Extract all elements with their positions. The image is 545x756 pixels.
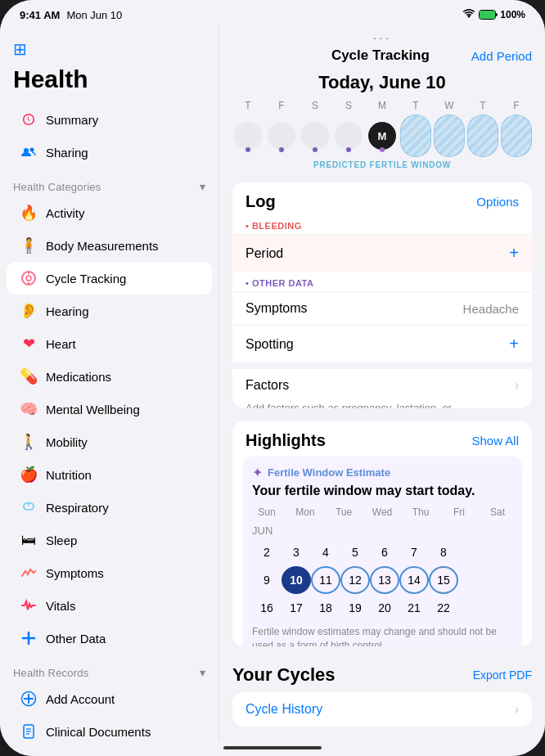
cal-3[interactable]: 3 — [282, 538, 311, 566]
factors-row[interactable]: Factors › — [232, 362, 532, 402]
home-indicator — [0, 740, 545, 756]
fertile-window-card-desc: Your fertile window may start today. — [252, 484, 512, 505]
nutrition-icon: 🍎 — [20, 466, 38, 484]
fertile-window-card-header: ✦ Fertile Window Estimate — [252, 465, 512, 484]
cal-11[interactable]: 11 — [311, 566, 340, 594]
highlights-card: Highlights Show All ✦ Fertile Window Est… — [232, 421, 532, 646]
cal-20[interactable]: 20 — [370, 594, 399, 622]
grid-icon[interactable]: ⊞ — [13, 39, 27, 59]
cal-17[interactable]: 17 — [282, 594, 311, 622]
sidebar-item-body-measurements[interactable]: 🧍 Body Measurements — [7, 229, 212, 262]
cal-10[interactable]: 10 — [282, 566, 311, 594]
day-label-8: F — [501, 100, 532, 111]
cal-8[interactable]: 8 — [429, 538, 458, 566]
cal-cell-5[interactable] — [400, 115, 431, 157]
cal-19[interactable]: 19 — [340, 594, 370, 622]
cal-21[interactable]: 21 — [399, 594, 429, 622]
calendar-strip: T F S S M T W T F — [219, 100, 545, 176]
cal-cell-today[interactable]: M — [367, 115, 398, 157]
show-all-button[interactable]: Show All — [471, 434, 519, 448]
spotting-plus-icon[interactable]: + — [509, 335, 519, 353]
add-period-button[interactable]: Add Period — [471, 49, 532, 63]
sidebar-summary-label: Summary — [46, 113, 98, 127]
sidebar-item-cycle-tracking[interactable]: Cycle Tracking — [7, 262, 212, 295]
mental-icon: 🧠 — [20, 400, 38, 418]
cal-cell-3[interactable] — [333, 115, 364, 157]
summary-icon — [20, 110, 38, 128]
fri-label: Fri — [444, 505, 474, 520]
period-row[interactable]: Period + — [232, 234, 532, 272]
export-pdf-button[interactable]: Export PDF — [473, 668, 532, 682]
health-records-section-header[interactable]: Health Records ▾ — [0, 655, 218, 682]
cal-4[interactable]: 4 — [311, 538, 340, 566]
status-time: 9:41 AM — [20, 9, 60, 21]
cal-2[interactable]: 2 — [252, 538, 282, 566]
cal-16[interactable]: 16 — [252, 594, 282, 622]
sidebar-item-activity[interactable]: 🔥 Activity — [7, 196, 212, 229]
spotting-row[interactable]: Spotting + — [232, 325, 532, 362]
sidebar-item-other-data[interactable]: Other Data — [7, 622, 212, 655]
date-heading: Today, June 10 — [219, 69, 545, 100]
cal-12[interactable]: 12 — [340, 566, 370, 594]
status-icons: 100% — [462, 9, 525, 21]
sidebar-item-nutrition[interactable]: 🍎 Nutrition — [7, 458, 212, 491]
mini-cal-row-2: 9 10 11 12 13 14 15 — [252, 566, 512, 594]
symptoms-row[interactable]: Symptoms Headache — [232, 291, 532, 325]
hearing-label: Hearing — [46, 304, 89, 318]
sidebar-item-symptoms[interactable]: Symptoms — [7, 556, 212, 589]
symptoms-row-value: Headache — [463, 302, 519, 316]
sidebar-item-mobility[interactable]: 🚶 Mobility — [7, 425, 212, 458]
sidebar-item-hearing[interactable]: 👂 Hearing — [7, 295, 212, 327]
symptoms-icon — [20, 564, 38, 582]
cal-15[interactable]: 15 — [429, 566, 458, 594]
factors-chevron-icon: › — [515, 378, 519, 393]
categories-section-header[interactable]: Health Categories ▾ — [0, 169, 218, 196]
respiratory-icon — [20, 498, 38, 516]
sidebar: ⊞ Health Summary Sharing Health Categori… — [0, 26, 219, 740]
cal-14[interactable]: 14 — [399, 566, 429, 594]
cal-cell-2[interactable] — [300, 115, 331, 157]
sidebar-item-vitals[interactable]: Vitals — [7, 589, 212, 622]
sleep-label: Sleep — [46, 533, 77, 547]
sidebar-item-sharing[interactable]: Sharing — [7, 136, 212, 169]
sidebar-item-clinical-documents[interactable]: Clinical Documents — [7, 715, 212, 740]
sidebar-item-medications[interactable]: 💊 Medications — [7, 360, 212, 393]
cycle-history-chevron-icon: › — [515, 702, 519, 717]
wed-label: Wed — [367, 505, 397, 520]
add-account-label: Add Account — [46, 692, 115, 706]
period-plus-icon[interactable]: + — [509, 244, 519, 263]
content-topbar: ··· — [219, 26, 545, 47]
sidebar-item-mental-wellbeing[interactable]: 🧠 Mental Wellbeing — [7, 393, 212, 425]
svg-point-3 — [30, 148, 34, 152]
your-cycles-title: Your Cycles — [232, 664, 336, 686]
sidebar-item-add-account[interactable]: Add Account — [7, 682, 212, 715]
cal-7[interactable]: 7 — [399, 538, 429, 566]
cal-cell-1[interactable] — [266, 115, 297, 157]
cal-22[interactable]: 22 — [429, 594, 458, 622]
mobility-label: Mobility — [46, 435, 88, 449]
cal-9[interactable]: 9 — [252, 566, 282, 594]
cal-cell-7[interactable] — [467, 115, 498, 157]
sat-label: Sat — [483, 505, 512, 520]
cal-cell-0[interactable] — [232, 115, 263, 157]
cycle-history-row[interactable]: Cycle History › — [232, 692, 532, 727]
sidebar-item-sleep[interactable]: 🛏 Sleep — [7, 524, 212, 556]
cal-cell-6[interactable] — [434, 115, 465, 157]
vitals-icon — [20, 596, 38, 614]
cal-cell-8[interactable] — [501, 115, 532, 157]
battery-icon: 100% — [479, 9, 525, 20]
sidebar-item-respiratory[interactable]: Respiratory — [7, 491, 212, 524]
cal-13[interactable]: 13 — [370, 566, 399, 594]
factors-subtext: Add factors such as pregnancy, lactation… — [232, 402, 532, 408]
sidebar-item-summary[interactable]: Summary — [7, 103, 212, 136]
sparkle-icon: ✦ — [252, 465, 263, 480]
fertile-window-card-title: Fertile Window Estimate — [268, 466, 390, 479]
status-date: Mon Jun 10 — [66, 9, 122, 21]
cal-18[interactable]: 18 — [311, 594, 340, 622]
cal-6[interactable]: 6 — [370, 538, 399, 566]
log-options-button[interactable]: Options — [476, 195, 519, 209]
respiratory-label: Respiratory — [46, 501, 109, 515]
sidebar-item-heart[interactable]: ❤ Heart — [7, 327, 212, 360]
cal-5[interactable]: 5 — [340, 538, 370, 566]
mobility-icon: 🚶 — [20, 433, 38, 451]
